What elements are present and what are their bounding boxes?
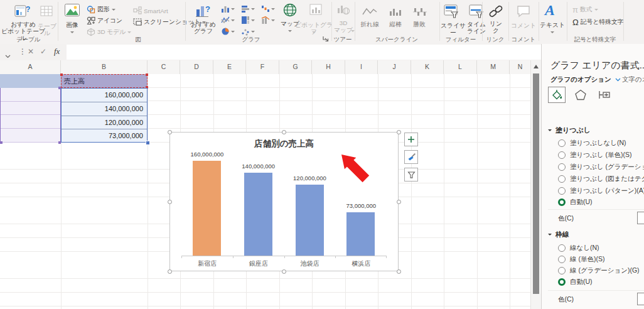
value-range-b2-b5[interactable]: 160,000,000 140,000,000 120,000,000 73,0… bbox=[61, 88, 148, 143]
shapes-button[interactable]: 図形 bbox=[87, 5, 115, 14]
cell-b4[interactable]: 120,000,000 bbox=[62, 116, 147, 130]
chart-resize-handle[interactable] bbox=[168, 200, 172, 204]
fill-handle[interactable] bbox=[146, 141, 150, 145]
fill-gradient-option[interactable]: 塗りつぶし (グラデーション)(G) bbox=[558, 163, 644, 171]
fill-section-header[interactable]: 塗りつぶし bbox=[548, 126, 591, 135]
radio-selected-icon[interactable] bbox=[558, 278, 566, 286]
bar-ginza[interactable] bbox=[244, 173, 272, 256]
insert-hierarchy-chart-button[interactable] bbox=[241, 16, 255, 24]
insert-waterfall-chart-button[interactable] bbox=[261, 4, 275, 13]
chart-resize-handle[interactable] bbox=[282, 130, 286, 134]
radio-icon[interactable] bbox=[558, 139, 566, 147]
cancel-icon[interactable]: ✕ bbox=[28, 47, 34, 56]
border-solid-line-option[interactable]: 線 (単色)(S) bbox=[558, 255, 604, 264]
scroll-up-icon[interactable] bbox=[534, 65, 539, 68]
column-header-k[interactable]: K bbox=[411, 60, 444, 74]
cell-b5[interactable]: 73,000,000 bbox=[62, 129, 147, 143]
chart-styles-button[interactable] bbox=[404, 150, 418, 164]
formula-input[interactable] bbox=[67, 45, 541, 60]
chart-elements-button[interactable] bbox=[404, 133, 418, 146]
slicer-button[interactable]: スライサー bbox=[438, 22, 468, 36]
border-section-header[interactable]: 枠線 bbox=[548, 230, 569, 239]
charts-dialog-launcher[interactable] bbox=[323, 33, 329, 45]
chart-title[interactable]: 店舗別の売上高 bbox=[170, 138, 398, 149]
chart-resize-handle[interactable] bbox=[282, 269, 286, 274]
screenshot-icon bbox=[133, 18, 142, 26]
chart-resize-handle[interactable] bbox=[397, 130, 401, 134]
insert-statistic-chart-button[interactable] bbox=[261, 16, 275, 24]
column-header-b[interactable]: B bbox=[61, 60, 148, 74]
tab-text-options[interactable]: 文字のオプション bbox=[622, 75, 644, 84]
fill-solid-option[interactable]: 塗りつぶし (単色)(S) bbox=[558, 151, 631, 160]
chart-resize-handle[interactable] bbox=[168, 269, 172, 274]
effects-tab[interactable] bbox=[572, 87, 589, 103]
picture-button[interactable]: 画像 bbox=[61, 21, 83, 28]
column-header-g[interactable]: G bbox=[279, 60, 312, 74]
radio-icon[interactable] bbox=[558, 267, 566, 274]
fill-color-button[interactable] bbox=[637, 212, 644, 224]
column-header-j[interactable]: J bbox=[378, 60, 411, 74]
category-range-a2-a5[interactable] bbox=[0, 88, 61, 143]
radio-icon[interactable] bbox=[558, 175, 566, 183]
column-header-h[interactable]: H bbox=[312, 60, 345, 74]
radio-icon[interactable] bbox=[558, 163, 566, 171]
column-header-l[interactable]: L bbox=[444, 60, 477, 74]
border-automatic-option[interactable]: 自動(U) bbox=[558, 278, 593, 286]
vertical-scrollbar[interactable] bbox=[530, 60, 542, 309]
column-header-f[interactable]: F bbox=[246, 60, 279, 74]
insert-bar-chart-button[interactable] bbox=[241, 4, 255, 13]
name-box-chevron[interactable] bbox=[5, 50, 11, 61]
picture-icon bbox=[64, 3, 80, 19]
tab-chart-options[interactable]: グラフのオプション bbox=[550, 75, 621, 84]
cell-b1-series-header[interactable]: 売上高 bbox=[61, 74, 148, 88]
border-color-button[interactable] bbox=[637, 293, 644, 305]
column-header-m[interactable]: M bbox=[477, 60, 510, 74]
chart-filters-button[interactable] bbox=[404, 168, 418, 182]
border-gradient-line-option[interactable]: 線 (グラデーション)(G) bbox=[558, 266, 640, 275]
bar-shinjuku[interactable] bbox=[193, 161, 221, 256]
chart-resize-handle[interactable] bbox=[397, 200, 401, 204]
cell-a1[interactable] bbox=[0, 74, 61, 88]
radio-icon[interactable] bbox=[558, 151, 566, 159]
scrollbar-thumb[interactable] bbox=[533, 73, 539, 294]
fill-pattern-option[interactable]: 塗りつぶし (パターン)(A) bbox=[558, 187, 644, 195]
insert-line-chart-button[interactable] bbox=[221, 16, 235, 24]
border-no-line-option[interactable]: 線なし(N) bbox=[558, 244, 599, 252]
bar-ikebukuro[interactable] bbox=[296, 185, 324, 256]
radio-icon[interactable] bbox=[558, 244, 566, 252]
fill-automatic-option[interactable]: 自動(U) bbox=[558, 198, 593, 207]
insert-scatter-chart-button[interactable] bbox=[241, 27, 255, 36]
chart-resize-handle[interactable] bbox=[397, 269, 401, 274]
smartart-button: SmartArt bbox=[133, 6, 168, 15]
fill-picture-texture-option[interactable]: 塗りつぶし (図またはテクスチャ)(P) bbox=[558, 175, 644, 183]
recommended-charts-button[interactable]: おすすめ グラフ bbox=[186, 21, 221, 35]
formula-bar-drag-dots[interactable]: ⋮ bbox=[19, 47, 26, 56]
timeline-button[interactable]: タイム ライン bbox=[466, 21, 487, 35]
insert-column-chart-button[interactable] bbox=[221, 4, 235, 13]
insert-pie-chart-button[interactable] bbox=[221, 27, 235, 36]
link-button[interactable]: リン ク bbox=[486, 20, 506, 34]
column-header-n[interactable]: N bbox=[510, 60, 530, 74]
fill-and-line-tab[interactable] bbox=[548, 87, 566, 103]
size-properties-tab[interactable] bbox=[596, 87, 613, 103]
insert-function-button[interactable]: fx bbox=[54, 46, 60, 57]
column-header-e[interactable]: E bbox=[213, 60, 246, 74]
radio-icon[interactable] bbox=[558, 187, 566, 195]
cell-b2[interactable]: 160,000,000 bbox=[62, 89, 147, 102]
chart-resize-handle[interactable] bbox=[168, 130, 172, 134]
text-button[interactable]: テキスト bbox=[539, 21, 566, 28]
enter-icon[interactable]: ✓ bbox=[40, 47, 46, 56]
radio-selected-icon[interactable] bbox=[558, 198, 566, 206]
fill-no-fill-option[interactable]: 塗りつぶしなし(N) bbox=[558, 139, 626, 148]
chevron-down-icon bbox=[615, 78, 621, 82]
column-header-c[interactable]: C bbox=[148, 60, 180, 74]
radio-icon[interactable] bbox=[558, 256, 566, 263]
icons-button[interactable]: アイコン bbox=[87, 16, 122, 25]
cell-b3[interactable]: 140,000,000 bbox=[62, 102, 147, 116]
column-header-i[interactable]: I bbox=[345, 60, 378, 74]
recommended-charts-icon: ? bbox=[195, 3, 211, 22]
column-header-a[interactable]: A bbox=[0, 60, 61, 74]
bar-yokohama[interactable] bbox=[346, 212, 375, 256]
symbol-button[interactable]: Ω 記号と特殊文字 bbox=[572, 18, 624, 27]
column-header-d[interactable]: D bbox=[180, 60, 213, 74]
